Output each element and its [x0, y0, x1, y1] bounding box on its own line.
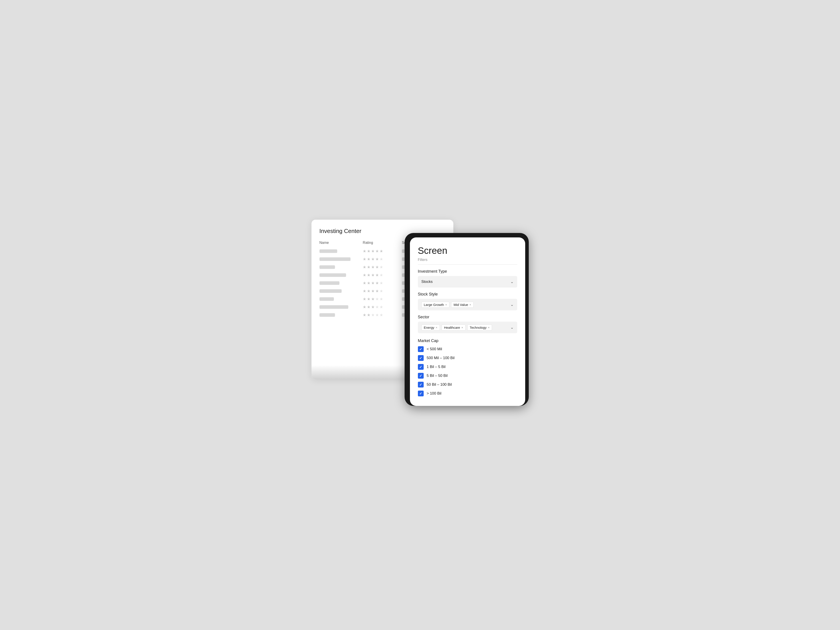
checkbox-label: 500 Mil – 100 Bil	[427, 356, 455, 360]
market-cap-checkbox-item[interactable]: ✓< 500 Mil	[418, 346, 517, 352]
check-icon: ✓	[419, 365, 422, 369]
screen-title: Screen	[418, 245, 517, 256]
stock-style-section: Stock Style Large Growth×Mid Value×⌄	[418, 292, 517, 310]
checkbox[interactable]: ✓	[418, 382, 424, 387]
check-icon: ✓	[419, 392, 422, 396]
star-icon: ★	[363, 289, 366, 294]
cell-rating: ★★★★★	[363, 297, 402, 302]
tag-text: Technology	[470, 326, 486, 329]
cell-name	[319, 265, 363, 269]
checkbox-label: 5 Bil – 50 Bil	[427, 374, 448, 378]
stock-style-label: Stock Style	[418, 292, 517, 297]
sector-tag[interactable]: Energy×	[422, 325, 440, 330]
star-icon: ★	[371, 257, 375, 262]
star-icon: ★	[379, 257, 383, 262]
sector-section: Sector Energy×Healthcare×Technology×⌄	[418, 315, 517, 333]
star-icon: ★	[375, 273, 379, 278]
star-icon: ★	[367, 257, 371, 262]
cell-name	[319, 297, 363, 301]
tag-remove-icon[interactable]: ×	[469, 303, 471, 306]
star-icon: ★	[379, 305, 383, 309]
check-icon: ✓	[419, 356, 422, 360]
sector-tag[interactable]: Healthcare×	[442, 325, 466, 330]
star-icon: ★	[363, 313, 366, 317]
checkbox[interactable]: ✓	[418, 373, 424, 379]
screen-card: Screen Filters Investment Type Stocks ⌄ …	[410, 237, 525, 406]
star-icon: ★	[367, 265, 371, 270]
star-icon: ★	[363, 265, 366, 270]
star-icon: ★	[371, 297, 375, 302]
cell-name	[319, 289, 363, 293]
cell-rating: ★★★★★	[363, 257, 402, 262]
chevron-down-icon: ⌄	[510, 325, 514, 330]
tag-remove-icon[interactable]: ×	[461, 326, 463, 329]
investment-type-dropdown[interactable]: Stocks ⌄	[418, 276, 517, 287]
market-cap-checkbox-item[interactable]: ✓5 Bil – 50 Bil	[418, 373, 517, 379]
cell-name	[319, 249, 363, 253]
sector-tags-box[interactable]: Energy×Healthcare×Technology×⌄	[418, 322, 517, 333]
star-icon: ★	[371, 289, 375, 294]
chevron-down-icon: ⌄	[510, 279, 514, 284]
cell-name	[319, 313, 363, 317]
cell-name	[319, 281, 363, 285]
check-icon: ✓	[419, 374, 422, 378]
check-icon: ✓	[419, 347, 422, 351]
star-icon: ★	[363, 257, 366, 262]
stock-style-tag[interactable]: Mid Value×	[451, 302, 474, 308]
filters-label: Filters	[418, 258, 517, 265]
sector-tag[interactable]: Technology×	[467, 325, 492, 330]
cell-rating: ★★★★★	[363, 273, 402, 278]
cell-name	[319, 305, 363, 309]
star-icon: ★	[371, 273, 375, 278]
star-icon: ★	[363, 281, 366, 286]
tag-text: Large Growth	[424, 303, 444, 306]
investment-type-section: Investment Type Stocks ⌄	[418, 269, 517, 287]
col-header-rating: Rating	[363, 241, 402, 245]
star-icon: ★	[363, 305, 366, 309]
market-cap-section: Market Cap ✓< 500 Mil✓500 Mil – 100 Bil✓…	[418, 338, 517, 396]
star-icon: ★	[375, 265, 379, 270]
star-icon: ★	[379, 265, 383, 270]
cell-rating: ★★★★★	[363, 313, 402, 317]
star-icon: ★	[375, 289, 379, 294]
market-cap-checkbox-item[interactable]: ✓> 100 Bil	[418, 391, 517, 396]
checkbox-label: 1 Bil – 5 Bil	[427, 365, 445, 369]
checkbox[interactable]: ✓	[418, 391, 424, 396]
star-icon: ★	[367, 297, 371, 302]
tag-remove-icon[interactable]: ×	[436, 326, 437, 329]
market-cap-checkbox-item[interactable]: ✓50 Bil – 100 Bil	[418, 382, 517, 387]
star-icon: ★	[379, 281, 383, 286]
col-header-name: Name	[319, 241, 363, 245]
cell-rating: ★★★★★	[363, 281, 402, 286]
star-icon: ★	[375, 297, 379, 302]
checkbox[interactable]: ✓	[418, 355, 424, 361]
tag-remove-icon[interactable]: ×	[445, 303, 447, 306]
star-icon: ★	[367, 313, 371, 317]
star-icon: ★	[375, 313, 379, 317]
investment-type-value: Stocks	[422, 279, 433, 284]
tag-remove-icon[interactable]: ×	[488, 326, 490, 329]
star-icon: ★	[379, 273, 383, 278]
market-cap-checkbox-item[interactable]: ✓1 Bil – 5 Bil	[418, 364, 517, 370]
star-icon: ★	[367, 273, 371, 278]
star-icon: ★	[375, 257, 379, 262]
star-icon: ★	[371, 305, 375, 309]
checkbox[interactable]: ✓	[418, 364, 424, 370]
star-icon: ★	[367, 281, 371, 286]
stock-style-tag[interactable]: Large Growth×	[422, 302, 449, 308]
star-icon: ★	[371, 265, 375, 270]
scene: Investing Center Name Rating Sector ★★★★…	[311, 219, 529, 411]
cell-rating: ★★★★★	[363, 249, 402, 254]
checkbox[interactable]: ✓	[418, 346, 424, 352]
star-icon: ★	[379, 289, 383, 294]
star-icon: ★	[379, 249, 383, 254]
star-icon: ★	[371, 313, 375, 317]
tag-text: Healthcare	[444, 326, 460, 329]
stock-style-tags-box[interactable]: Large Growth×Mid Value×⌄	[418, 299, 517, 310]
cell-rating: ★★★★★	[363, 289, 402, 294]
market-cap-checkbox-item[interactable]: ✓500 Mil – 100 Bil	[418, 355, 517, 361]
chevron-down-icon: ⌄	[510, 302, 514, 307]
market-cap-checkbox-list: ✓< 500 Mil✓500 Mil – 100 Bil✓1 Bil – 5 B…	[418, 346, 517, 396]
tag-text: Mid Value	[453, 303, 468, 306]
star-icon: ★	[379, 313, 383, 317]
